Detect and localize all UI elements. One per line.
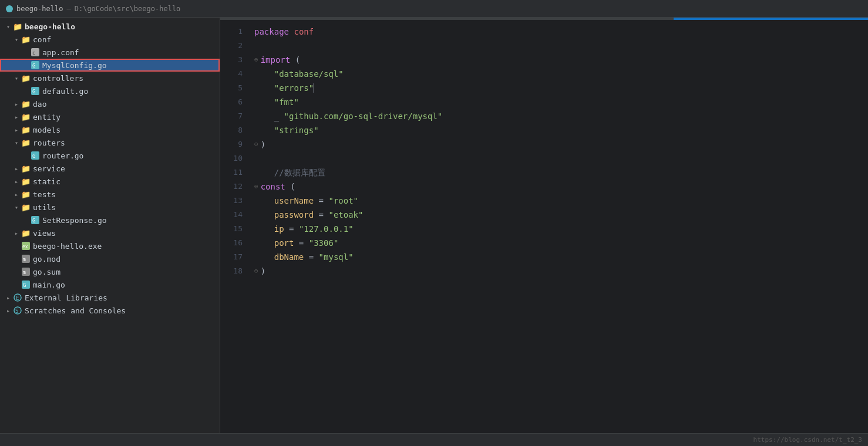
sidebar-item-scratches[interactable]: SScratches and Consoles xyxy=(0,304,220,317)
token-pkg: conf xyxy=(294,25,314,39)
file-tree: 📁beego-hello📁conf capp.conf GMysqlConfig… xyxy=(0,18,220,433)
app-icon xyxy=(6,5,13,12)
sidebar-item-setresponse-go[interactable]: GSetResponse.go xyxy=(0,214,220,227)
sidebar-item-mysqlconfig[interactable]: GMysqlConfig.go xyxy=(0,59,220,72)
tree-label-router-go: router.go xyxy=(42,151,83,160)
token-blank xyxy=(254,109,274,123)
token-str: "mysql" xyxy=(319,250,354,264)
tree-label-tests: tests xyxy=(33,190,56,199)
tree-arrow-service xyxy=(12,164,21,173)
sidebar-item-go-mod[interactable]: mgo.mod xyxy=(0,252,220,265)
tree-arrow-entity xyxy=(12,112,21,121)
token-var: port xyxy=(274,236,294,250)
token-blank: = xyxy=(284,222,299,236)
editor-content: 123456789101112131415161718 package conf… xyxy=(220,20,868,433)
file-icon-routers: 📁 xyxy=(21,138,31,147)
code-line-4: "database/sql" xyxy=(254,67,868,81)
code-line-5: "errors" xyxy=(254,81,868,95)
file-icon-external-libs: E xyxy=(13,293,22,302)
sidebar-item-go-sum[interactable]: mgo.sum xyxy=(0,265,220,278)
sidebar-item-default-go[interactable]: Gdefault.go xyxy=(0,85,220,97)
file-icon-beego-exe: ex xyxy=(21,241,31,251)
sidebar-item-static[interactable]: 📁static xyxy=(0,175,220,188)
sidebar-item-external-libs[interactable]: EExternal Libraries xyxy=(0,291,220,304)
code-line-11: //数据库配置 xyxy=(254,165,868,180)
sidebar-item-dao[interactable]: 📁dao xyxy=(0,97,220,110)
title-bar: beego-hello – D:\goCode\src\beego-hello xyxy=(0,0,868,18)
line-number-8: 8 xyxy=(220,123,243,137)
line-number-7: 7 xyxy=(220,109,243,123)
token-blank xyxy=(254,95,274,109)
sidebar-item-routers[interactable]: 📁routers xyxy=(0,136,220,149)
code-line-3: ⊖import ( xyxy=(254,53,868,67)
tree-label-static: static xyxy=(33,177,60,186)
svg-text:G: G xyxy=(32,63,35,69)
line-number-9: 9 xyxy=(220,137,243,151)
sidebar-item-beego-exe[interactable]: exbeego-hello.exe xyxy=(0,239,220,252)
file-icon-dao: 📁 xyxy=(21,99,31,109)
sidebar-item-tests[interactable]: 📁tests xyxy=(0,188,220,201)
token-blank xyxy=(254,81,274,95)
token-fold[interactable]: ⊖ xyxy=(254,137,258,151)
tree-label-external-libs: External Libraries xyxy=(25,293,107,302)
line-number-15: 15 xyxy=(220,222,243,236)
token-blank: ) xyxy=(261,264,265,278)
file-icon-setresponse-go: G xyxy=(31,215,40,225)
code-line-14: password = "etoak" xyxy=(254,208,868,222)
tree-label-controllers: controllers xyxy=(33,74,83,83)
file-icon-entity: 📁 xyxy=(21,112,31,121)
line-number-6: 6 xyxy=(220,95,243,109)
tree-label-setresponse-go: SetResponse.go xyxy=(42,216,107,225)
token-blank xyxy=(254,165,274,180)
token-str: "database/sql" xyxy=(274,67,344,81)
sidebar-item-root[interactable]: 📁beego-hello xyxy=(0,20,220,33)
file-icon-mysqlconfig: G xyxy=(31,60,40,70)
file-icon-app-conf: c xyxy=(31,48,40,57)
token-blank: = xyxy=(314,208,328,222)
file-icon-conf: 📁 xyxy=(21,35,31,44)
svg-text:E: E xyxy=(16,295,19,301)
tree-arrow-controllers xyxy=(12,73,21,83)
code-line-9: ⊖) xyxy=(254,137,868,151)
svg-text:c: c xyxy=(32,50,35,56)
line-number-10: 10 xyxy=(220,151,243,165)
sidebar-item-service[interactable]: 📁service xyxy=(0,162,220,175)
code-line-18: ⊖) xyxy=(254,264,868,278)
token-fold[interactable]: ⊖ xyxy=(254,180,258,194)
sidebar-item-router-go[interactable]: Grouter.go xyxy=(0,149,220,162)
token-blank xyxy=(254,67,274,81)
svg-text:G: G xyxy=(32,89,35,94)
tree-arrow-utils xyxy=(12,202,21,212)
tree-label-go-mod: go.mod xyxy=(33,255,60,263)
sidebar-item-views[interactable]: 📁views xyxy=(0,227,220,239)
file-icon-default-go: G xyxy=(31,86,40,96)
tree-label-entity: entity xyxy=(33,113,60,121)
code-line-15: ip = "127.0.0.1" xyxy=(254,222,868,236)
token-var: ip xyxy=(274,222,284,236)
tree-label-conf: conf xyxy=(33,35,51,44)
tree-label-service: service xyxy=(33,164,65,173)
sidebar-item-app-conf[interactable]: capp.conf xyxy=(0,46,220,59)
sidebar-item-utils[interactable]: 📁utils xyxy=(0,201,220,214)
line-number-2: 2 xyxy=(220,39,243,53)
token-fold[interactable]: ⊖ xyxy=(254,264,258,278)
file-icon-views: 📁 xyxy=(21,228,31,238)
line-number-17: 17 xyxy=(220,250,243,264)
sidebar-item-main-go[interactable]: Gmain.go xyxy=(0,278,220,291)
token-str: "127.0.0.1" xyxy=(299,222,354,236)
line-number-14: 14 xyxy=(220,208,243,222)
code-line-17: dbName = "mysql" xyxy=(254,250,868,264)
code-line-6: "fmt" xyxy=(254,95,868,109)
sidebar-item-entity[interactable]: 📁entity xyxy=(0,110,220,123)
tree-arrow-root xyxy=(4,22,13,31)
sidebar-item-models[interactable]: 📁models xyxy=(0,123,220,136)
file-icon-utils: 📁 xyxy=(21,202,31,212)
token-fold[interactable]: ⊖ xyxy=(254,53,258,67)
sidebar-item-controllers[interactable]: 📁controllers xyxy=(0,72,220,85)
tree-arrow-static xyxy=(12,177,21,186)
code-area[interactable]: package conf⊖import ( "database/sql" "er… xyxy=(250,20,868,433)
scrollbar-thumb[interactable] xyxy=(674,18,868,20)
token-blank: ( xyxy=(285,180,295,194)
sidebar-item-conf[interactable]: 📁conf xyxy=(0,33,220,46)
top-scrollbar[interactable] xyxy=(220,18,868,20)
